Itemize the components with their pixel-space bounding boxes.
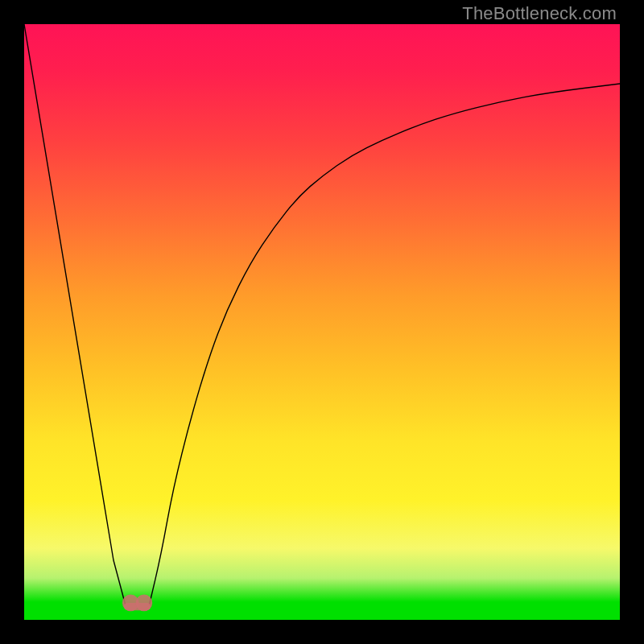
curve-svg (24, 24, 620, 620)
curve-right-branch (149, 84, 620, 605)
min-marker (122, 595, 152, 612)
svg-point-2 (136, 595, 153, 612)
curve-left-branch (24, 24, 126, 605)
watermark-text: TheBottleneck.com (462, 3, 617, 24)
plot-area (24, 24, 620, 620)
chart-frame: TheBottleneck.com (0, 0, 644, 644)
